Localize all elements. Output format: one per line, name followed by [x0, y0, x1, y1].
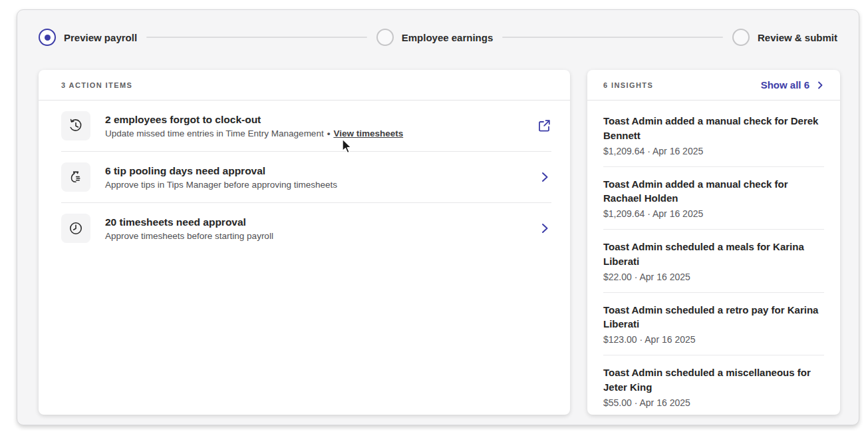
- insight-item: Toast Admin scheduled a retro pay for Ka…: [603, 303, 824, 345]
- insight-detail: $1,209.64 · Apr 16 2025: [603, 146, 824, 156]
- clock-icon: [61, 214, 90, 243]
- insight-detail: $123.00 · Apr 16 2025: [603, 334, 824, 345]
- insight-item: Toast Admin scheduled a meals for Karina…: [603, 240, 824, 282]
- divider: [603, 355, 824, 355]
- insights-header: 6 INSIGHTS Show all 6: [587, 70, 840, 101]
- action-item-text: 6 tip pooling days need approval Approve…: [105, 165, 523, 190]
- step-label-review-submit: Review & submit: [758, 32, 837, 43]
- insight-detail: $55.00 · Apr 16 2025: [603, 397, 824, 408]
- view-timesheets-link[interactable]: View timesheets: [333, 128, 403, 138]
- action-item-timesheets[interactable]: 20 timesheets need approval Approve time…: [39, 203, 570, 254]
- tip-jar-icon: [61, 162, 90, 192]
- step-radio-dot: [45, 35, 51, 41]
- step-connector: [502, 37, 723, 38]
- action-item-title: 6 tip pooling days need approval: [105, 165, 523, 177]
- insight-item: Toast Admin scheduled a miscellaneous fo…: [603, 365, 824, 408]
- step-preview-payroll[interactable]: Preview payroll: [39, 29, 137, 46]
- action-items-card: 3 ACTION ITEMS 2 employees forgot to clo…: [39, 70, 570, 415]
- action-item-description-text: Update missed time entries in Time Entry…: [105, 128, 324, 138]
- bullet-separator: •: [327, 128, 331, 138]
- insight-title: Toast Admin added a manual check for Der…: [603, 114, 824, 143]
- step-label-preview-payroll: Preview payroll: [64, 32, 137, 43]
- insight-title: Toast Admin scheduled a miscellaneous fo…: [603, 365, 824, 395]
- insights-card: 6 INSIGHTS Show all 6 Toast Admin added …: [587, 70, 840, 415]
- step-label-employee-earnings: Employee earnings: [402, 32, 494, 43]
- insight-item: Toast Admin added a manual check for Der…: [603, 114, 824, 156]
- action-item-title: 2 employees forgot to clock-out: [105, 114, 522, 126]
- step-employee-earnings[interactable]: Employee earnings: [376, 29, 494, 46]
- insights-list: Toast Admin added a manual check for Der…: [587, 101, 840, 408]
- insight-item: Toast Admin added a manual check for Rac…: [603, 177, 824, 220]
- insight-title: Toast Admin added a manual check for Rac…: [603, 177, 824, 206]
- insight-detail: $22.00 · Apr 16 2025: [603, 272, 824, 282]
- action-item-text: 20 timesheets need approval Approve time…: [105, 216, 523, 241]
- step-radio-empty-icon: [732, 29, 750, 46]
- divider: [603, 166, 824, 167]
- show-all-label: Show all 6: [761, 79, 809, 91]
- payroll-stepper: Preview payroll Employee earnings Review…: [39, 27, 837, 47]
- divider: [603, 229, 824, 230]
- insights-header-label: 6 INSIGHTS: [603, 81, 653, 89]
- step-connector: [146, 37, 367, 38]
- show-all-link[interactable]: Show all 6: [761, 79, 824, 91]
- action-item-description: Approve tips in Tips Manager before appr…: [105, 180, 523, 190]
- action-items-list: 2 employees forgot to clock-out Update m…: [39, 101, 570, 254]
- action-item-text: 2 employees forgot to clock-out Update m…: [105, 114, 522, 138]
- insight-title: Toast Admin scheduled a retro pay for Ka…: [603, 303, 824, 332]
- action-item-tip-pooling[interactable]: 6 tip pooling days need approval Approve…: [39, 152, 570, 202]
- action-item-description: Update missed time entries in Time Entry…: [105, 128, 522, 138]
- payroll-panel: Preview payroll Employee earnings Review…: [17, 9, 859, 425]
- insight-detail: $1,209.64 · Apr 16 2025: [603, 208, 824, 219]
- chevron-right-icon[interactable]: [538, 170, 551, 184]
- external-link-icon[interactable]: [537, 118, 551, 133]
- divider: [603, 292, 824, 293]
- action-item-description: Approve timesheets before starting payro…: [105, 231, 523, 241]
- action-item-clock-out[interactable]: 2 employees forgot to clock-out Update m…: [39, 101, 570, 151]
- insight-title: Toast Admin scheduled a meals for Karina…: [603, 240, 824, 269]
- chevron-right-icon[interactable]: [538, 222, 551, 235]
- step-review-submit[interactable]: Review & submit: [732, 29, 837, 46]
- chevron-right-icon: [816, 81, 824, 89]
- step-radio-active-icon: [39, 29, 56, 46]
- page: Preview payroll Employee earnings Review…: [0, 0, 868, 438]
- action-items-header: 3 ACTION ITEMS: [39, 70, 570, 101]
- action-items-header-label: 3 ACTION ITEMS: [61, 81, 132, 89]
- step-radio-empty-icon: [376, 29, 394, 46]
- action-item-title: 20 timesheets need approval: [105, 216, 523, 228]
- history-icon: [61, 111, 90, 140]
